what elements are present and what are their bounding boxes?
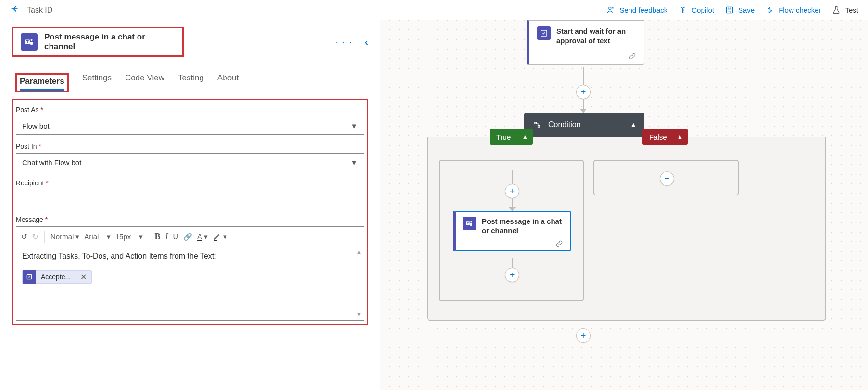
teams-post-action-card[interactable]: T Post message in a chat or channel xyxy=(453,211,571,251)
copilot-label: Copilot xyxy=(692,6,714,14)
rich-text-toolbar: ↺ ↻ Normal ▾ Arial ▾ 15px ▾ B I U 🔗 A ▾ … xyxy=(16,227,364,247)
copilot-button[interactable]: Copilot xyxy=(678,5,714,15)
flow-checker-label: Flow checker xyxy=(779,6,821,14)
flow-connector xyxy=(512,258,513,268)
recipient-input[interactable] xyxy=(16,190,364,208)
send-feedback-label: Send feedback xyxy=(619,6,667,14)
save-label: Save xyxy=(738,6,755,14)
svg-point-0 xyxy=(609,7,611,9)
back-arrow-icon[interactable] xyxy=(10,3,20,16)
paragraph-style-select[interactable]: Normal ▾ xyxy=(50,233,79,241)
add-step-button[interactable]: + xyxy=(576,328,591,343)
chevron-down-icon: ▾ xyxy=(204,233,208,241)
undo-icon[interactable]: ↺ xyxy=(21,233,27,241)
svg-text:T: T xyxy=(26,40,28,44)
recipient-label: Recipient * xyxy=(16,179,364,187)
more-options-icon[interactable]: · · · xyxy=(336,37,352,47)
breadcrumb[interactable]: Task ID xyxy=(27,6,52,14)
flow-connector xyxy=(512,198,513,208)
redo-icon[interactable]: ↻ xyxy=(32,233,38,241)
teams-icon: T xyxy=(463,217,476,230)
condition-card[interactable]: Condition ▲ xyxy=(524,113,644,137)
font-family-select[interactable]: Arial ▾ xyxy=(84,233,110,241)
action-header-row: T Post message in a chat or channel · · … xyxy=(12,27,368,57)
chevron-down-icon: ▼ xyxy=(351,158,358,167)
action-header: T Post message in a chat or channel xyxy=(12,27,184,57)
flow-connector xyxy=(512,170,513,184)
action-config-pane: T Post message in a chat or channel · · … xyxy=(0,20,380,390)
post-in-value: Chat with Flow bot xyxy=(22,158,81,167)
condition-branch-container: True ▲ False ▲ + T xyxy=(427,137,826,321)
approval-card-title: Start and wait for an approval of text xyxy=(556,26,636,46)
message-editor[interactable]: ↺ ↻ Normal ▾ Arial ▾ 15px ▾ B I U 🔗 A ▾ … xyxy=(16,226,364,321)
add-step-button[interactable]: + xyxy=(576,85,591,99)
test-button[interactable]: Test xyxy=(831,5,858,15)
false-label: False xyxy=(649,133,667,141)
message-content-area[interactable]: Extracting Tasks, To-Dos, and Action Ite… xyxy=(16,247,364,288)
topbar-right: Send feedback Copilot Save Flow checker … xyxy=(606,5,858,15)
post-in-label: Post In * xyxy=(16,143,364,150)
condition-title: Condition xyxy=(548,120,624,129)
action-title: Post message in a chat or channel xyxy=(44,32,175,52)
teams-icon: T xyxy=(21,33,38,51)
tab-parameters[interactable]: Parameters xyxy=(20,77,64,91)
chevron-down-icon: ▾ xyxy=(107,233,111,241)
highlight-color-icon[interactable]: ▾ xyxy=(213,233,227,241)
flow-canvas[interactable]: Start and wait for an approval of text +… xyxy=(380,20,868,390)
scroll-down-icon[interactable]: ▼ xyxy=(356,312,362,317)
token-remove-icon[interactable]: ✕ xyxy=(75,273,91,282)
connection-link-icon xyxy=(463,240,563,247)
message-text-line: Extracting Tasks, To-Dos, and Action Ite… xyxy=(22,252,358,260)
connection-link-icon xyxy=(537,52,636,59)
chevron-down-icon: ▼ xyxy=(351,122,358,130)
post-as-label: Post As * xyxy=(16,106,364,114)
add-step-button[interactable]: + xyxy=(505,184,519,198)
post-as-value: Flow bot xyxy=(22,122,50,130)
add-step-button[interactable]: + xyxy=(660,171,674,186)
tab-testing[interactable]: Testing xyxy=(178,73,204,92)
teams-card-title: Post message in a chat or channel xyxy=(482,217,563,235)
svg-rect-1 xyxy=(726,7,732,13)
flow-checker-button[interactable]: Flow checker xyxy=(765,5,821,15)
message-label: Message * xyxy=(16,216,364,223)
save-button[interactable]: Save xyxy=(725,5,755,15)
font-size-select[interactable]: 15px ▾ xyxy=(115,233,143,241)
true-branch-header[interactable]: True ▲ xyxy=(490,129,533,145)
parameters-form: Post As * Flow bot ▼ Post In * Chat with… xyxy=(12,99,368,325)
collapse-panel-icon[interactable]: ‹‹ xyxy=(365,37,365,48)
tab-parameters-highlight: Parameters xyxy=(15,73,69,92)
tab-about[interactable]: About xyxy=(217,73,239,92)
topbar-left: Task ID xyxy=(10,3,52,16)
true-label: True xyxy=(496,133,511,141)
svg-point-4 xyxy=(30,39,32,41)
flow-canvas-pane: Start and wait for an approval of text +… xyxy=(380,20,868,390)
action-tabs: Parameters Settings Code View Testing Ab… xyxy=(12,73,368,92)
top-command-bar: Task ID Send feedback Copilot Save Flow … xyxy=(0,0,868,20)
bold-icon[interactable]: B xyxy=(155,232,161,242)
underline-icon[interactable]: U xyxy=(173,233,179,241)
false-branch-box: + xyxy=(593,160,739,195)
tab-settings[interactable]: Settings xyxy=(82,73,112,92)
italic-icon[interactable]: I xyxy=(165,232,168,242)
flow-connector xyxy=(583,67,584,85)
main-area: T Post message in a chat or channel · · … xyxy=(0,20,868,390)
scroll-up-icon[interactable]: ▲ xyxy=(356,249,362,255)
dynamic-content-token[interactable]: Accepte... ✕ xyxy=(22,270,92,284)
chevron-down-icon: ▾ xyxy=(75,233,79,241)
font-color-icon[interactable]: A ▾ xyxy=(197,232,208,241)
approval-token-icon xyxy=(23,270,36,284)
false-branch-header[interactable]: False ▲ xyxy=(642,129,688,145)
add-step-button[interactable]: + xyxy=(505,268,519,282)
post-in-select[interactable]: Chat with Flow bot ▼ xyxy=(16,153,364,171)
tab-code-view[interactable]: Code View xyxy=(125,73,164,92)
flow-connector xyxy=(583,99,584,110)
approval-icon xyxy=(537,26,551,40)
post-as-select[interactable]: Flow bot ▼ xyxy=(16,117,364,135)
chevron-up-icon[interactable]: ▲ xyxy=(630,121,637,129)
send-feedback-button[interactable]: Send feedback xyxy=(606,5,667,15)
approval-action-card[interactable]: Start and wait for an approval of text xyxy=(527,20,644,65)
link-icon[interactable]: 🔗 xyxy=(183,233,192,241)
chevron-down-icon: ▾ xyxy=(223,233,227,241)
token-label: Accepte... xyxy=(36,273,75,281)
svg-text:T: T xyxy=(467,222,469,225)
